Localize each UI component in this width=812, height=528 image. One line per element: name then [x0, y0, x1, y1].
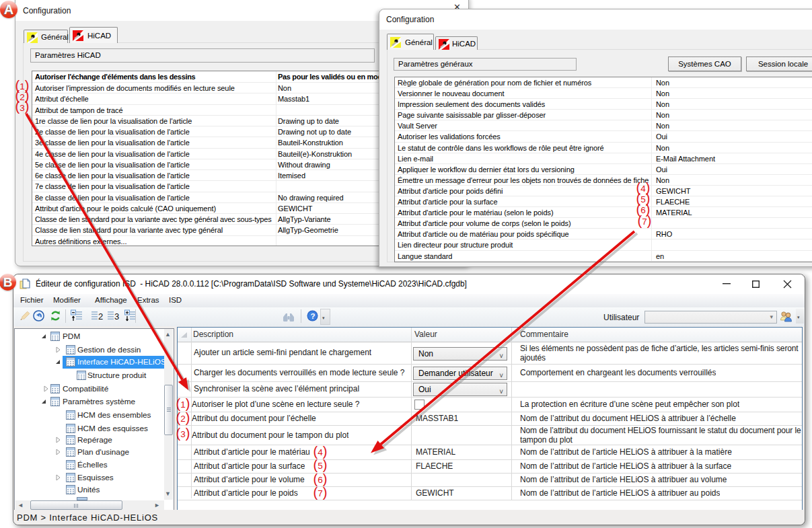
- svg-text:3: 3: [114, 311, 119, 322]
- svg-text:?: ?: [310, 312, 315, 320]
- svg-text:2: 2: [98, 311, 103, 322]
